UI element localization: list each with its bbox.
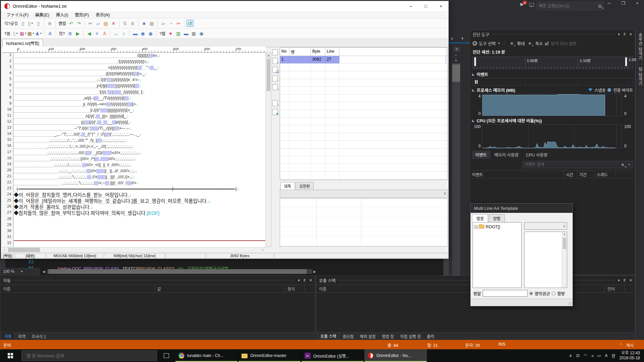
grid-row[interactable] <box>280 110 447 118</box>
list-scrollbar[interactable]: ∧ <box>562 232 567 288</box>
grid-cell[interactable] <box>311 156 325 164</box>
taskbar-item[interactable]: OrinrinEditor-master <box>238 349 301 362</box>
autos-column-header[interactable]: 값 <box>155 285 285 292</box>
refresh-icon[interactable]: ↻ <box>272 109 278 115</box>
feedback-icon[interactable] <box>529 3 534 7</box>
grid-cell[interactable] <box>289 156 311 164</box>
dialog-text-input[interactable] <box>483 290 528 297</box>
text-line[interactable]: _______________,:,:,:,:,:,:,:,:,:,:,:,:,… <box>14 150 265 156</box>
grid-cell[interactable] <box>325 133 339 140</box>
tab-명령 창[interactable]: 명령 창 <box>379 333 396 340</box>
nav-prev-icon[interactable]: ◉ <box>139 30 146 37</box>
arrow-horizontal-icon[interactable]: ↔ <box>112 30 119 37</box>
text-line[interactable]: _______________,:,:,:,:,:,:,:,:,:,:\,:,:… <box>14 143 265 149</box>
grid-cell[interactable] <box>311 87 325 94</box>
grid-row[interactable] <box>280 71 447 79</box>
grid-cell[interactable] <box>325 172 339 179</box>
tab-조사식 1[interactable]: 조사식 1 <box>29 333 49 340</box>
settings-gear-icon[interactable]: ⊛ <box>46 20 53 27</box>
drag-handle[interactable] <box>13 280 295 281</box>
taskbar-item[interactable]: OrinrinEditor - No... <box>364 349 427 362</box>
scroll-up-icon[interactable]: ▲ <box>266 53 271 58</box>
chevron-down-icon[interactable]: ▼ <box>628 163 631 166</box>
maximize-button[interactable]: □ <box>418 1 433 11</box>
panel-menu-icon[interactable]: ▾ <box>618 32 620 37</box>
grid-row[interactable] <box>280 118 447 125</box>
grid-cell[interactable] <box>311 102 325 110</box>
tray-volume-muted-icon[interactable]: ♪̶ <box>591 353 593 358</box>
page-save-icon[interactable]: ▪ <box>272 84 278 90</box>
text-line[interactable]: _____________________________________,-,… <box>14 77 265 83</box>
splitter-icon[interactable]: ÷ <box>455 53 457 57</box>
start-button[interactable] <box>0 349 21 362</box>
taskbar-search-input[interactable] <box>22 353 157 358</box>
cut-icon[interactable]: ✂ <box>87 20 94 27</box>
palette-icon[interactable]: ▦▼ <box>20 30 27 37</box>
layers-icon[interactable]: ▱ <box>160 20 167 27</box>
text-line[interactable]: ________________________________________… <box>14 59 265 65</box>
page-icon[interactable] <box>272 49 278 55</box>
pin-icon[interactable]: ⊼ <box>623 278 626 283</box>
grid-cell[interactable] <box>339 118 446 125</box>
dialog-tab-1[interactable]: 멜궸 <box>472 214 488 222</box>
grid-cell[interactable] <box>280 87 289 94</box>
text-line[interactable]: ________________,:,:,:,:,:,:,:,:/,:,:',:… <box>14 137 265 143</box>
task-view-button[interactable] <box>158 349 175 362</box>
open-document-icon[interactable]: ▯▼ <box>27 20 34 27</box>
copy-icon[interactable]: ▱ <box>95 20 102 27</box>
callstack-column-header[interactable]: 언어 <box>605 285 625 292</box>
right-panel-list[interactable] <box>280 198 448 247</box>
grid-cell[interactable] <box>325 125 339 133</box>
grid-cell[interactable] <box>289 102 311 110</box>
chart-icon[interactable]: ▥ <box>175 30 182 37</box>
tab-호출 스택[interactable]: 호출 스택 <box>317 333 339 340</box>
panel-icon[interactable]: ▬ <box>131 30 139 37</box>
page-list-grid[interactable]: No뱅ByteLine1309227 <box>280 47 448 180</box>
grid-cell[interactable] <box>325 141 339 148</box>
autos-column-header[interactable]: 형식 <box>285 285 305 292</box>
close-icon[interactable]: ✕ <box>629 278 632 283</box>
tray-ime-korean-icon[interactable]: 한 <box>612 353 615 359</box>
close-button[interactable]: × <box>633 1 642 6</box>
grid-cell[interactable] <box>311 164 325 171</box>
text-line[interactable]: ◆이_어장은_참치들의_앵커,다이스를_받는_어장입니다.↓ <box>14 192 265 198</box>
minimize-button[interactable]: ─ <box>403 1 418 11</box>
dropdown-caret-icon[interactable]: ▼ <box>461 37 464 40</box>
vertical-scrollbar-thumb[interactable] <box>452 64 460 82</box>
dropdown-caret-icon[interactable]: ▼ <box>40 32 42 35</box>
grid-cell[interactable] <box>311 148 325 156</box>
section-collapse-icon[interactable] <box>472 89 475 92</box>
tool-select-button[interactable]: 도구 선택 <box>479 40 495 47</box>
grid-cell[interactable] <box>289 141 311 148</box>
grid-row[interactable] <box>280 95 447 102</box>
box-icon[interactable]: ▩▼ <box>28 30 35 37</box>
section-collapse-icon[interactable] <box>472 119 475 122</box>
paste-icon[interactable]: ▤ <box>102 20 109 27</box>
grid-cell[interactable] <box>311 110 325 117</box>
code-vertical-scrollbar[interactable] <box>443 259 449 276</box>
zoom-in-button[interactable]: 확대 <box>517 40 525 47</box>
text-line[interactable]: ______________________________________'ξ… <box>14 89 265 95</box>
tray-display-icon[interactable]: ⊡ <box>576 353 580 358</box>
grid-cell[interactable] <box>311 172 325 179</box>
tray-chevron-up-icon[interactable]: ∧ <box>569 353 572 358</box>
grid-cell[interactable] <box>325 102 339 110</box>
text-line[interactable] <box>14 241 265 247</box>
grid-cell[interactable] <box>280 64 289 71</box>
text-line[interactable]: ________________,:,:,:,:,:,:,:,:,',:,:,:… <box>14 156 265 162</box>
grid-cell[interactable] <box>311 95 325 102</box>
event-column-header[interactable]: 이벤트 <box>470 171 564 178</box>
right-panel-tab[interactable]: 댘톡 <box>280 182 295 190</box>
scrollbar-thumb[interactable] <box>267 59 270 91</box>
event-column-header[interactable]: 스레드 <box>595 171 615 178</box>
grid-row[interactable] <box>280 79 447 87</box>
strike-icon[interactable]: S <box>121 20 128 27</box>
grid-cell[interactable] <box>311 64 325 71</box>
grid-cell[interactable] <box>325 148 339 156</box>
grid-row[interactable] <box>280 87 447 95</box>
text-line[interactable]: ______________________________(((ξ/|/|',… <box>14 119 265 125</box>
grid-cell[interactable] <box>339 125 446 133</box>
event-marker-icon[interactable] <box>475 80 476 84</box>
select-block-icon[interactable]: ■ <box>141 20 148 27</box>
grid-cell[interactable] <box>280 172 289 179</box>
